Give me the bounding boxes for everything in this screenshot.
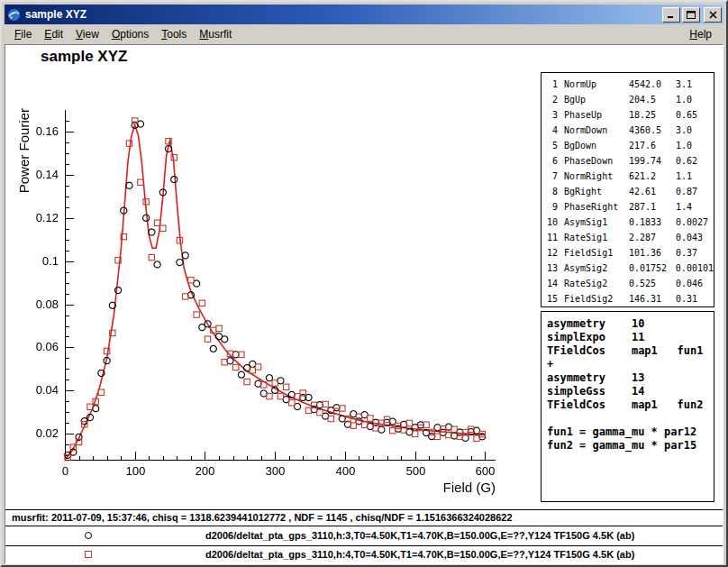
param-name: PhaseUp — [564, 107, 629, 123]
circle-marker-icon — [85, 532, 92, 539]
param-index: 10 — [541, 215, 558, 230]
param-row: 7NormRight621.21.1 — [541, 169, 714, 184]
param-error: 1.1 — [676, 169, 714, 184]
param-index: 9 — [541, 199, 558, 215]
param-row: 5BgDown217.61.0 — [541, 138, 714, 153]
param-value: 4542.0 — [629, 77, 676, 92]
menubar: File Edit View Options Tools Musrfit Hel… — [5, 24, 723, 44]
param-error: 3.0 — [676, 123, 714, 138]
plot-heading: sample XYZ — [41, 48, 127, 66]
param-error: 1.0 — [676, 92, 714, 107]
param-value: 217.6 — [629, 138, 676, 153]
theory-line: fun2 = gamma_mu * par15 — [547, 439, 714, 453]
param-index: 8 — [541, 184, 558, 199]
param-index: 3 — [541, 107, 558, 123]
param-value: 204.5 — [629, 92, 676, 107]
param-value: 287.1 — [629, 199, 676, 215]
param-error: 3.1 — [676, 77, 714, 92]
parameters-panel: 1NormUp4542.03.1 2BgUp204.51.0 3PhaseUp1… — [541, 72, 714, 307]
legend-entry-h4: d2006/deltat_pta_gps_3110,h:4,T0=4.50K,T… — [5, 547, 723, 563]
param-row: 4NormDown4360.53.0 — [541, 123, 714, 138]
param-error: 1.4 — [676, 199, 714, 215]
param-name: BgRight — [564, 184, 629, 199]
menu-musrfit[interactable]: Musrfit — [193, 26, 238, 42]
param-row: 12FieldSig1101.360.37 — [541, 245, 714, 261]
param-value: 18.25 — [629, 107, 676, 123]
canvas-area: sample XYZ 1NormUp4542.03.1 2BgUp204.51.… — [5, 44, 723, 564]
param-row: 10AsymSig10.18330.0027 — [541, 215, 714, 230]
param-value: 2.287 — [629, 230, 676, 245]
param-value: 4360.5 — [629, 123, 676, 138]
param-index: 2 — [541, 92, 558, 107]
param-error: 0.31 — [676, 291, 714, 306]
param-row: 13AsymSig20.017520.00101 — [541, 261, 714, 276]
param-name: NormRight — [564, 169, 629, 184]
param-name: NormDown — [564, 123, 629, 138]
param-index: 1 — [541, 77, 558, 92]
param-index: 11 — [541, 230, 558, 245]
param-index: 4 — [541, 123, 558, 138]
param-value: 101.36 — [629, 245, 676, 261]
maximize-button[interactable] — [682, 7, 700, 23]
menu-tools[interactable]: Tools — [155, 26, 193, 42]
param-index: 13 — [541, 261, 558, 276]
param-row: 1NormUp4542.03.1 — [541, 77, 714, 92]
param-index: 14 — [541, 276, 558, 291]
theory-line: + — [547, 358, 714, 371]
window-title: sample XYZ — [25, 8, 660, 21]
separator-line — [5, 545, 723, 546]
square-marker-icon — [85, 551, 92, 558]
param-error: 0.046 — [676, 276, 714, 291]
param-index: 6 — [541, 153, 558, 169]
param-name: FieldSig1 — [564, 245, 629, 261]
param-error: 0.00101 — [676, 261, 714, 276]
theory-line: TFieldCos map1 fun2 — [547, 398, 714, 412]
minimize-button[interactable] — [662, 7, 680, 23]
param-name: BgDown — [564, 138, 629, 153]
app-window: sample XYZ File Edit View Options Tools … — [0, 0, 728, 567]
fit-stats: musrfit: 2011-07-09, 15:37:46, chisq = 1… — [12, 512, 513, 523]
menu-options[interactable]: Options — [105, 26, 155, 42]
param-name: PhaseRight — [564, 199, 629, 215]
titlebar[interactable]: sample XYZ — [5, 5, 723, 24]
param-error: 0.87 — [676, 184, 714, 199]
menu-edit[interactable]: Edit — [38, 26, 69, 42]
close-button[interactable] — [704, 7, 722, 23]
theory-line: simpleGss 14 — [547, 385, 714, 398]
param-name: RateSig2 — [564, 276, 629, 291]
param-index: 15 — [541, 291, 558, 306]
param-value: 621.2 — [629, 169, 676, 184]
menu-help[interactable]: Help — [683, 26, 718, 42]
param-index: 12 — [541, 245, 558, 261]
param-error: 1.0 — [676, 138, 714, 153]
param-name: FieldSig2 — [564, 291, 629, 306]
param-name: AsymSig2 — [564, 261, 629, 276]
param-error: 0.65 — [676, 107, 714, 123]
param-row: 2BgUp204.51.0 — [541, 92, 714, 107]
maximize-icon — [687, 11, 696, 19]
param-row: 9PhaseRight287.11.4 — [541, 199, 714, 215]
theory-line — [547, 412, 714, 425]
legend-text: d2006/deltat_pta_gps_3110,h:4,T0=4.50K,T… — [205, 549, 634, 560]
menu-view[interactable]: View — [69, 26, 105, 42]
app-icon — [6, 7, 21, 22]
minimize-icon — [667, 11, 676, 19]
param-row: 8BgRight42.610.87 — [541, 184, 714, 199]
theory-line: simplExpo 11 — [547, 331, 714, 344]
param-value: 0.1833 — [629, 215, 676, 230]
param-error: 0.0027 — [676, 215, 714, 230]
separator-line — [5, 526, 723, 526]
close-icon — [709, 11, 717, 19]
param-value: 146.31 — [629, 291, 676, 306]
param-value: 199.74 — [629, 153, 676, 169]
legend-entry-h3: d2006/deltat_pta_gps_3110,h:3,T0=4.50K,T… — [5, 528, 723, 544]
param-name: BgUp — [564, 92, 629, 107]
menu-file[interactable]: File — [8, 26, 38, 42]
param-index: 7 — [541, 169, 558, 184]
param-name: RateSig1 — [564, 230, 629, 245]
fourier-chart[interactable] — [5, 70, 510, 503]
param-error: 0.62 — [676, 153, 714, 169]
param-row: 11RateSig12.2870.043 — [541, 230, 714, 245]
param-name: NormUp — [564, 77, 629, 92]
param-value: 42.61 — [629, 184, 676, 199]
